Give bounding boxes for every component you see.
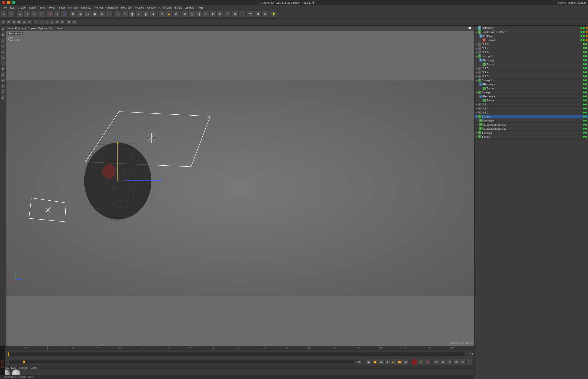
obj-render-dot-31[interactable]	[585, 136, 587, 138]
vp-menu-cameras[interactable]: Cameras	[15, 27, 26, 30]
menu-item-x-particles[interactable]: X-Particles	[157, 5, 173, 10]
timeline-bar[interactable]: 0 0 F	[0, 351, 474, 358]
rotate-tool[interactable]: ↻	[38, 11, 45, 17]
tool5[interactable]: ◈	[77, 11, 84, 17]
obj-vis-dot-10[interactable]	[583, 51, 585, 53]
obj-render-dot-10[interactable]	[585, 51, 587, 53]
left-tool-2[interactable]: ◻	[0, 32, 6, 37]
object-row-22[interactable]: TTracer	[474, 98, 588, 103]
obj-vis-dot-8[interactable]	[583, 43, 585, 45]
vp-menu-display[interactable]: Display	[28, 27, 36, 30]
expand-icon-23[interactable]: ▶	[476, 104, 477, 106]
play-back-btn[interactable]: ◀	[378, 359, 384, 365]
obj-render-dot-16[interactable]	[585, 75, 587, 77]
obj-vis-dot-5[interactable]	[580, 31, 582, 33]
pb-tool2[interactable]: ◉	[440, 359, 446, 365]
expand-icon-4[interactable]: ▶	[476, 27, 477, 29]
object-row-9[interactable]: ▶NNull.7	[474, 46, 588, 50]
expand-icon-24[interactable]: ▶	[476, 108, 477, 110]
expand-icon-14[interactable]: ▶	[476, 67, 477, 69]
obj-vis-dot-27[interactable]	[583, 120, 585, 122]
tool2-1[interactable]: ⊕	[1, 20, 6, 24]
obj-vis-dot-11[interactable]	[583, 55, 585, 57]
menu-item-snap[interactable]: Snap	[57, 5, 66, 10]
obj-render-dot-5[interactable]	[583, 31, 585, 33]
expand-icon-16[interactable]: ▶	[476, 75, 477, 78]
object-row-26[interactable]: ▶SSphere	[474, 115, 588, 119]
obj-render-dot-7[interactable]	[583, 39, 585, 41]
obj-render-dot-9[interactable]	[585, 47, 587, 49]
obj-vis-dot-9[interactable]	[583, 47, 585, 49]
obj-render-dot-25[interactable]	[585, 111, 587, 113]
mirror-btn[interactable]: ◫	[189, 11, 195, 17]
obj-vis-dot-4[interactable]	[580, 27, 582, 29]
vp-menu-panel[interactable]: Panel	[57, 27, 63, 30]
object-row-5[interactable]: ▶SSubdivision Surface 2	[474, 30, 588, 34]
tool2-3[interactable]: ⊞	[11, 20, 16, 24]
object-row-17[interactable]: ▶SSweep.1	[474, 79, 588, 82]
pb-tool4[interactable]: ▦	[453, 359, 459, 365]
select-tool[interactable]: ▲	[17, 11, 23, 17]
obj-vis-dot-13[interactable]	[583, 63, 585, 65]
left-tool-1[interactable]: ⊕	[0, 27, 6, 32]
playback-slider[interactable]	[9, 361, 354, 363]
move-tool[interactable]: ✛	[24, 11, 31, 17]
obj-render-dot-20[interactable]	[585, 92, 587, 93]
redo-button[interactable]: ↪	[8, 11, 15, 17]
menu-item-help[interactable]: Help	[196, 5, 205, 10]
left-tool-10[interactable]: ⊗	[0, 78, 6, 83]
last-frame-btn[interactable]: ⏭	[403, 359, 408, 365]
camera-btn[interactable]: 📷	[247, 11, 254, 17]
tool28[interactable]: ⊞	[254, 11, 261, 17]
obj-render-dot-17[interactable]	[585, 79, 587, 81]
object-row-12[interactable]: RRectangle	[474, 58, 588, 62]
obj-render-dot-4[interactable]	[583, 27, 585, 29]
obj-vis-dot-31[interactable]	[583, 136, 585, 138]
expand-icon-9[interactable]: ▶	[476, 47, 477, 49]
vp-menu-view[interactable]: View	[8, 27, 13, 30]
obj-render-dot-30[interactable]	[585, 132, 587, 134]
obj-render-dot-22[interactable]	[585, 99, 587, 101]
object-row-7[interactable]: DDisplacer	[474, 38, 588, 42]
object-row-29[interactable]: SSubdivision Surface	[474, 127, 588, 131]
object-row-21[interactable]: RRectangle	[474, 95, 588, 98]
menu-item-animate[interactable]: Animate	[66, 5, 79, 10]
tool26[interactable]: ⬛	[238, 11, 245, 17]
tool12[interactable]: ⬔	[129, 11, 135, 17]
menu-item-window[interactable]: Window	[183, 5, 196, 10]
object-row-31[interactable]: ▶SSphere	[474, 135, 588, 139]
z-axis-btn[interactable]: Z	[61, 11, 68, 17]
vp-menu-filter[interactable]: Filter	[49, 27, 54, 30]
expand-icon-31[interactable]: ▶	[476, 136, 477, 138]
undo-button[interactable]: ↩	[1, 11, 8, 17]
tool2-8[interactable]: ◻	[39, 20, 44, 24]
object-row-23[interactable]: ▶NNull	[474, 103, 588, 107]
tool8[interactable]: ⊕	[98, 11, 105, 17]
tool6[interactable]: ⬡	[84, 11, 91, 17]
obj-render-dot-18[interactable]	[585, 83, 587, 85]
left-tool-7[interactable]: ⬛	[0, 61, 6, 66]
menu-item-simulate[interactable]: Simulate	[79, 5, 93, 10]
tool2-5[interactable]: ⊗	[22, 20, 27, 24]
expand-icon-8[interactable]: ▶	[476, 43, 477, 45]
maximize-button[interactable]	[12, 1, 16, 4]
left-tool-5[interactable]: △	[0, 49, 6, 54]
expand-icon-15[interactable]: ▶	[476, 71, 477, 73]
y-axis-btn[interactable]: Y	[54, 11, 61, 17]
object-row-8[interactable]: ▶NNull.8	[474, 42, 588, 46]
timeline-track[interactable]	[8, 352, 464, 356]
menu-item-tools[interactable]: Tools	[38, 5, 48, 10]
obj-render-dot-13[interactable]	[585, 63, 587, 65]
tool9[interactable]: +	[105, 11, 112, 17]
obj-vis-dot-26[interactable]	[583, 116, 585, 117]
menu-item-file[interactable]: File	[1, 5, 9, 10]
obj-vis-dot-25[interactable]	[583, 111, 585, 113]
object-row-16[interactable]: ▶NNull.3	[474, 74, 588, 79]
obj-render-dot-26[interactable]	[585, 116, 587, 117]
obj-render-dot-11[interactable]	[585, 55, 587, 57]
record-btn[interactable]: ●	[411, 359, 417, 365]
vp-menu-options[interactable]: Options	[38, 27, 47, 30]
expand-icon-26[interactable]: ▶	[476, 116, 477, 118]
tool2-7[interactable]: △	[34, 20, 39, 24]
tool14[interactable]: ⬕	[143, 11, 149, 17]
